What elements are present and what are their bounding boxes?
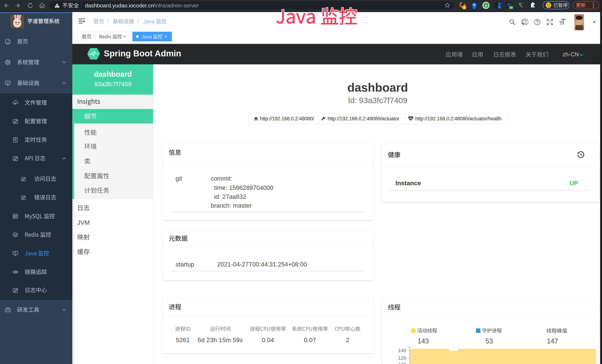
- svg-text:on: on: [510, 6, 513, 9]
- svg-text:1: 1: [463, 6, 465, 9]
- svg-text:y: y: [485, 3, 487, 7]
